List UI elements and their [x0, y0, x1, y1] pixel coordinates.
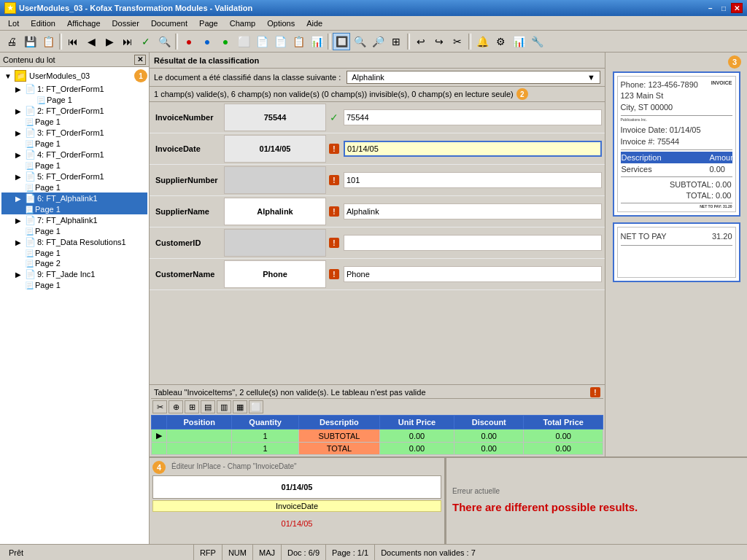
alert-btn[interactable]: 🔔: [473, 33, 491, 50]
close-button[interactable]: ✕: [731, 3, 743, 13]
menu-dossier[interactable]: Dossier: [107, 18, 144, 29]
settings-btn[interactable]: ⚙: [492, 33, 509, 50]
menu-document[interactable]: Document: [146, 18, 193, 29]
doc-btn2[interactable]: 📄: [271, 33, 289, 50]
tree-area[interactable]: ▼ 📁 UserModules_03 1 ▶ 📄 1: FT_OrderForm…: [0, 67, 149, 544]
redo-button[interactable]: ↪: [430, 33, 448, 50]
field-input-supplier-number[interactable]: [344, 172, 602, 188]
doc-icon-7: 📄: [25, 215, 36, 225]
editor-left: 4 Éditeur InPlace - Champ "InvoiceDate" …: [150, 458, 445, 544]
search-button[interactable]: 🔍: [155, 33, 173, 50]
tree-item-9[interactable]: ▶ 📄 9: FT_Jade Inc1: [1, 268, 147, 280]
field-input-customer-name[interactable]: [344, 266, 602, 282]
restore-button[interactable]: □: [718, 3, 729, 13]
menu-page[interactable]: Page: [194, 18, 223, 29]
zoom-fit-button[interactable]: 🔲: [333, 33, 350, 50]
right-content: Résultat de la classification Le documen…: [150, 52, 747, 544]
blue-btn[interactable]: ●: [198, 33, 216, 50]
grid-button[interactable]: ⊞: [387, 33, 405, 50]
tree-item-3[interactable]: ▶ 📄 3: FT_OrderForm1: [1, 127, 147, 139]
tree-item-9p[interactable]: 📃 Page 1: [1, 280, 147, 290]
field-input-invoice-number[interactable]: [344, 109, 602, 125]
table-btn-4[interactable]: ▤: [201, 400, 215, 413]
menu-lot[interactable]: Lot: [3, 18, 24, 29]
field-row-invoice-date: InvoiceDate 01/14/05 !: [150, 133, 605, 165]
cut-button[interactable]: ✂: [449, 33, 466, 50]
tree-item-7p[interactable]: 📃 Page 1: [1, 226, 147, 236]
prev-prev-button[interactable]: ⏮: [64, 33, 82, 50]
tree-item-root[interactable]: ▼ 📁 UserModules_03 1: [1, 69, 147, 83]
tree-item-1p[interactable]: 📃 Page 1: [1, 95, 147, 105]
table-btn-6[interactable]: ▦: [233, 400, 247, 413]
tree-item-5p[interactable]: 📃 Page 1: [1, 182, 147, 192]
print-button[interactable]: 🖨: [3, 33, 20, 50]
next-button[interactable]: ▶: [101, 33, 118, 50]
zoom-in-button[interactable]: 🔍: [351, 33, 368, 50]
table-btn-1[interactable]: ✂: [152, 400, 167, 413]
save-button[interactable]: 💾: [21, 33, 39, 50]
tree-item-1[interactable]: ▶ 📄 1: FT_OrderForm1: [1, 83, 147, 95]
menu-champ[interactable]: Champ: [225, 18, 260, 29]
menu-options[interactable]: Options: [262, 18, 300, 29]
table-btn-7[interactable]: ⬜: [249, 400, 263, 413]
zoom-out-button[interactable]: 🔎: [369, 33, 387, 50]
tree-item-5[interactable]: ▶ 📄 5: FT_OrderForm1: [1, 171, 147, 182]
red-btn[interactable]: ●: [180, 33, 198, 50]
field-input-invoice-date[interactable]: [344, 141, 602, 157]
tree-item-3p[interactable]: 📃 Page 1: [1, 139, 147, 149]
chart-btn[interactable]: 📊: [308, 33, 325, 50]
tree-item-8p1[interactable]: 📃 Page 1: [1, 248, 147, 258]
clipboard-btn[interactable]: 📋: [290, 33, 307, 50]
tree-item-8p2[interactable]: 📃 Page 2: [1, 258, 147, 268]
wrench-btn[interactable]: 🔧: [528, 33, 546, 50]
tree-item-4[interactable]: ▶ 📄 4: FT_OrderForm1: [1, 149, 147, 160]
tree-item-4p[interactable]: 📃 Page 1: [1, 160, 147, 171]
prev-button[interactable]: ◀: [82, 33, 100, 50]
folder-icon: 📁: [15, 70, 26, 82]
field-input-customer-id[interactable]: [344, 235, 602, 251]
thumbnail-top-image: Phone: 123-456-7890 123 Main St City, ST…: [617, 76, 736, 212]
analytics-btn[interactable]: 📊: [510, 33, 527, 50]
table-row-1[interactable]: ▶ 1 SUBTOTAL 0.00 0.00 0.00: [152, 429, 603, 443]
row2-description: TOTAL: [298, 443, 379, 455]
box-btn[interactable]: ⬜: [235, 33, 252, 50]
row1-total-price: 0.00: [524, 429, 603, 443]
menu-edition[interactable]: Edition: [26, 18, 61, 29]
tree-item-6p[interactable]: 📃 Page 1: [1, 204, 147, 214]
panel-close-button[interactable]: ✕: [134, 55, 146, 65]
tree-item-7[interactable]: ▶ 📄 7: FT_Alphalink1: [1, 214, 147, 226]
class-dropdown[interactable]: Alphalink ▼: [347, 71, 600, 84]
table-header-text: Tableau "InvoiceItems", 2 cellule(s) non…: [154, 388, 426, 397]
undo-button[interactable]: ↩: [412, 33, 430, 50]
thumbnail-bottom[interactable]: NET TO PAY 31.20: [613, 222, 740, 282]
copy-button[interactable]: 📋: [39, 33, 57, 50]
tree-item-8[interactable]: ▶ 📄 8: FT_Data Resolutions1: [1, 236, 147, 248]
green-btn[interactable]: ●: [217, 33, 234, 50]
page-icon-1p: 📃: [36, 96, 45, 104]
table-btn-2[interactable]: ⊕: [169, 400, 183, 413]
expand-7: ▶: [13, 217, 23, 225]
thumbnail-top[interactable]: Phone: 123-456-7890 123 Main St City, ST…: [613, 71, 740, 217]
tree-item-2p[interactable]: 📃 Page 1: [1, 117, 147, 127]
field-input-supplier-name[interactable]: [344, 203, 602, 219]
validate-button[interactable]: ✓: [137, 33, 155, 50]
minimize-button[interactable]: −: [705, 3, 716, 13]
table-btn-3[interactable]: ⊞: [185, 400, 199, 413]
tree-item-6[interactable]: ▶ 📄 6: FT_Alphalink1: [1, 192, 147, 204]
sep1: [59, 34, 62, 50]
tree-label-2: 2: FT_OrderForm1: [37, 106, 147, 115]
tree-label-3: 3: FT_OrderForm1: [37, 128, 147, 137]
menu-affichage[interactable]: Affichage: [62, 18, 106, 29]
next-next-button[interactable]: ⏭: [119, 33, 136, 50]
doc-icon-2: 📄: [25, 106, 36, 116]
content-body: Résultat de la classification Le documen…: [150, 52, 747, 456]
table-btn-5[interactable]: ▥: [217, 400, 231, 413]
tree-item-2[interactable]: ▶ 📄 2: FT_OrderForm1: [1, 105, 147, 117]
table-row-2[interactable]: 1 TOTAL 0.00 0.00 0.00: [152, 443, 603, 455]
fields-scroll: InvoiceNumber 75544 ✓ InvoiceDate 0: [150, 102, 605, 384]
menu-aide[interactable]: Aide: [301, 18, 328, 29]
col-unit-price: Unit Price: [380, 416, 454, 429]
doc-icon-9: 📄: [25, 269, 36, 279]
data-table: Position Quantity Descriptio Unit Price …: [151, 415, 603, 455]
doc-btn1[interactable]: 📄: [253, 33, 271, 50]
